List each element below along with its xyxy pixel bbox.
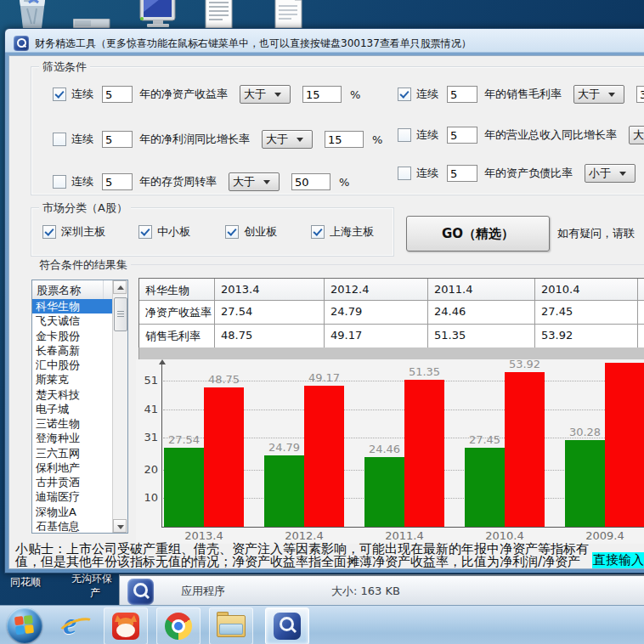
- filter-row-revenue: 连续 年的营业总收入同比增长率 大于: [398, 126, 644, 144]
- tooltip-type: 应用程序: [181, 584, 225, 599]
- label-sme-board: 中小板: [157, 224, 190, 240]
- y-tick-label: 20: [136, 463, 158, 477]
- stock-list-header-label: 股票名称: [32, 280, 104, 299]
- bar-销售毛利率: [404, 380, 444, 527]
- years-input-debtratio[interactable]: [447, 165, 477, 182]
- go-button[interactable]: GO（精选）: [406, 216, 550, 251]
- stock-list-item[interactable]: 斯莱克: [32, 372, 113, 387]
- stock-list-item[interactable]: 楚天科技: [32, 387, 113, 402]
- checkbox-netprofit[interactable]: [53, 133, 66, 146]
- value-input-netprofit[interactable]: [325, 131, 364, 148]
- table-cell: 销售毛利率: [139, 325, 215, 348]
- start-button[interactable]: [7, 607, 42, 643]
- checkbox-revenue[interactable]: [398, 128, 411, 142]
- operator-select-inventory[interactable]: 大于: [229, 172, 280, 191]
- label-consecutive: 连续: [416, 127, 438, 143]
- scroll-down-icon[interactable]: [113, 519, 127, 533]
- value-input-grossmargin[interactable]: [636, 86, 644, 103]
- operator-select-roe[interactable]: 大于: [240, 85, 291, 104]
- market-option-sme: 中小板: [138, 224, 190, 240]
- scroll-up-icon[interactable]: [113, 280, 127, 294]
- filter-row-grossmargin: 连续 年的销售毛利率 大于: [398, 85, 644, 104]
- table-cell: 30.28: [638, 301, 644, 325]
- stock-list-item[interactable]: 迪瑞医疗: [32, 489, 113, 504]
- label-consecutive: 连续: [71, 132, 93, 147]
- operator-select-debtratio[interactable]: 小于: [585, 164, 636, 183]
- table-cell: 57.16: [638, 325, 644, 348]
- stock-list-item[interactable]: 登海种业: [32, 431, 113, 445]
- table-cell: 48.75: [215, 325, 325, 348]
- bar-净资产收益率: [364, 457, 404, 527]
- table-cell: 24.46: [428, 301, 535, 325]
- operator-select-revenue[interactable]: 大于: [629, 126, 644, 144]
- filter-row-netprofit: 连续 年的净利润同比增长率 大于 %: [53, 130, 382, 149]
- taskbar-item-tonghuashun[interactable]: [104, 607, 148, 644]
- stock-list-item[interactable]: 长春高新: [32, 343, 113, 358]
- checkbox-sme-board[interactable]: [138, 225, 152, 239]
- taskbar-item-search-app[interactable]: [265, 607, 309, 644]
- screen: 同花顺 无沟环保 产 财务精选工具（更多惊喜功能在鼠标右键菜单中，也可以直接按键…: [0, 0, 644, 644]
- label-consecutive: 连续: [416, 166, 438, 181]
- stock-list-item[interactable]: 科华生物: [32, 299, 113, 314]
- market-option-shenzhen: 深圳主板: [42, 224, 105, 240]
- stock-list-item[interactable]: 石基信息: [32, 519, 113, 534]
- bar-value-label: 24.79: [259, 441, 310, 453]
- label-shenzhen-main: 深圳主板: [61, 224, 105, 240]
- table-cell: 27.45: [535, 301, 638, 325]
- list-scrollbar[interactable]: [112, 280, 127, 533]
- years-input-inventory[interactable]: [102, 173, 133, 190]
- checkbox-grossmargin[interactable]: [398, 88, 411, 101]
- stock-list-header[interactable]: 股票名称: [32, 280, 113, 300]
- file-tooltip-bar: 应用程序 大小: 163 KB: [119, 574, 644, 607]
- table-header-cell: 2011.4: [428, 279, 535, 301]
- years-input-revenue[interactable]: [447, 127, 477, 144]
- taskbar-item-explorer[interactable]: [209, 607, 253, 644]
- stock-list-item[interactable]: 金卡股份: [32, 329, 113, 343]
- unit-percent: %: [372, 133, 382, 146]
- checkbox-debtratio[interactable]: [398, 167, 411, 180]
- checkbox-shanghai-main[interactable]: [311, 225, 325, 239]
- checkbox-shenzhen-main[interactable]: [42, 225, 56, 239]
- internet-explorer-icon[interactable]: e: [56, 609, 95, 643]
- stock-list-item[interactable]: 飞天诚信: [32, 314, 113, 328]
- tip-line-2: 值，但是其他年份该指标无值的情况；净资产收益率指全面摊薄净资产收益率，比值为净利…: [15, 554, 580, 570]
- bar-净资产收益率: [465, 448, 505, 527]
- checkbox-roe[interactable]: [53, 88, 66, 101]
- chrome-icon: [165, 613, 192, 640]
- application-icon: [127, 579, 154, 605]
- bar-value-label: 49.17: [299, 371, 350, 383]
- years-input-roe[interactable]: [102, 86, 133, 103]
- table-cell: 24.79: [325, 301, 428, 325]
- stock-list-item[interactable]: 汇中股份: [32, 358, 113, 372]
- bar-销售毛利率: [505, 372, 545, 527]
- stock-list-item[interactable]: 三六五网: [32, 446, 113, 460]
- bar-净资产收益率: [264, 455, 304, 527]
- checkbox-gem-board[interactable]: [225, 225, 239, 239]
- table-cell: 净资产收益率: [139, 301, 215, 325]
- y-tick-label: 31: [136, 431, 158, 444]
- scrollbar-thumb[interactable]: [114, 297, 127, 331]
- stock-list-item[interactable]: 电子城: [32, 402, 113, 416]
- years-input-grossmargin[interactable]: [447, 86, 477, 103]
- y-axis: [161, 364, 162, 527]
- bar-value-label: 27.45: [460, 433, 511, 445]
- windows-flag-icon: [14, 615, 35, 636]
- taskbar-item-chrome[interactable]: [156, 607, 201, 644]
- value-input-roe[interactable]: [302, 86, 342, 103]
- years-input-netprofit[interactable]: [102, 131, 133, 148]
- stock-list-item[interactable]: 古井贡酒: [32, 475, 113, 489]
- value-input-inventory[interactable]: [291, 173, 330, 190]
- chevron-down-icon: [263, 180, 270, 184]
- bar-净资产收益率: [164, 448, 204, 527]
- stock-list-item[interactable]: 深物业A: [32, 505, 113, 519]
- checkbox-inventory[interactable]: [53, 175, 66, 189]
- search-app-icon: [274, 613, 301, 640]
- operator-select-grossmargin[interactable]: 大于: [573, 85, 624, 104]
- label-debtratio: 年的资产负债比率: [484, 166, 573, 181]
- bar-销售毛利率: [204, 387, 244, 527]
- operator-select-netprofit[interactable]: 大于: [262, 130, 313, 149]
- stock-list-item[interactable]: 三诺生物: [32, 416, 113, 431]
- table-header-cell: 2013.4: [215, 279, 325, 301]
- bar-value-label: 53.92: [500, 359, 551, 370]
- stock-list-item[interactable]: 保利地产: [32, 460, 113, 475]
